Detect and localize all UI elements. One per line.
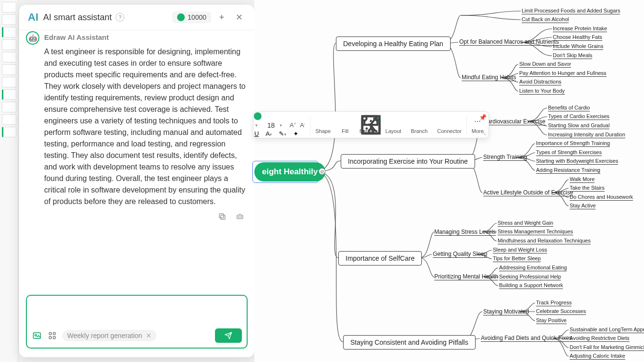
message-text: A test engineer is responsible for desig…	[44, 46, 248, 207]
sub-node[interactable]: Active Lifestyle Outside of Exercise	[483, 189, 573, 196]
leaf-node[interactable]: Adding Resistance Training	[536, 167, 600, 174]
leaf-node[interactable]: Stress and Weight Gain	[498, 220, 553, 227]
leaf-node[interactable]: Listen to Your Body	[519, 88, 565, 95]
leaf-node[interactable]: Stress Management Techniques	[498, 229, 573, 235]
leaf-node[interactable]: Avoid Distractions	[519, 79, 561, 85]
font-color-button[interactable]: A▾	[265, 130, 272, 137]
send-button[interactable]	[215, 328, 242, 343]
leaf-node[interactable]: Do Chores and Housework	[570, 194, 633, 201]
topic-node[interactable]: Incorporating Exercise into Your Routine	[341, 154, 475, 169]
thumb[interactable]	[2, 114, 16, 125]
thumb[interactable]	[2, 39, 16, 50]
leaf-node[interactable]: Importance of Strength Training	[536, 140, 610, 147]
copy-icon[interactable]	[218, 212, 227, 223]
leaf-node[interactable]: Benefits of Cardio	[548, 105, 590, 111]
leaf-node[interactable]: Starting Slow and Gradual	[548, 122, 609, 129]
credits-value: 10000	[188, 13, 206, 21]
thumb[interactable]	[2, 2, 16, 12]
sub-node[interactable]: Staying Motivated	[483, 308, 529, 315]
sub-node[interactable]: Mindful Eating Habits	[462, 74, 516, 81]
leaf-node[interactable]: Choose Healthy Fats	[553, 34, 602, 41]
leaf-node[interactable]: Increasing Intensity and Duration	[548, 132, 625, 138]
sub-node[interactable]: Avoiding Fad Diets and Quick Fixes	[481, 335, 572, 342]
thumb[interactable]	[2, 127, 16, 137]
sub-node[interactable]: Opt for Balanced Macros and Nutrients	[459, 38, 559, 46]
central-topic[interactable]: eight Healthily	[254, 162, 325, 181]
message-input[interactable]: Weekly report generation ✕	[26, 295, 248, 349]
leaf-node[interactable]: Adjusting Caloric Intake	[570, 353, 625, 360]
add-button[interactable]: +	[215, 11, 228, 24]
leaf-node[interactable]: Slow Down and Savor	[519, 61, 571, 68]
leaf-node[interactable]: Building a Support Network	[499, 282, 563, 289]
leaf-node[interactable]: Don't Fall for Marketing Gimmicks	[570, 344, 644, 351]
thumb[interactable]	[2, 102, 16, 112]
chat-body: 🤖 Edraw AI Assistant A test engineer is …	[19, 30, 254, 289]
highlight-button[interactable]: ✎▾	[279, 130, 286, 137]
leaf-node[interactable]: Seeking Professional Help	[499, 274, 561, 280]
sub-node[interactable]: Strength Training	[483, 154, 527, 161]
leaf-node[interactable]: Limit Processed Foods and Added Sugars	[522, 8, 620, 14]
settings-icon[interactable]	[47, 330, 58, 341]
topic-node[interactable]: Importance of SelfCare	[338, 251, 422, 265]
leaf-node[interactable]: Types of Strength Exercises	[536, 149, 602, 156]
svg-rect-2	[237, 215, 243, 219]
thumb[interactable]	[2, 14, 16, 25]
image-icon[interactable]	[32, 330, 42, 341]
prompt-chip[interactable]: Weekly report generation ✕	[62, 330, 156, 341]
sub-node[interactable]: Managing Stress Levels	[434, 229, 496, 236]
svg-point-9	[53, 332, 56, 335]
leaf-node[interactable]: Cut Back on Alcohol	[522, 16, 569, 23]
leaf-node[interactable]: Take the Stairs	[570, 185, 605, 192]
resize-handle-icon[interactable]: ⤡	[482, 130, 487, 137]
leaf-node[interactable]: Starting with Bodyweight Exercises	[536, 158, 618, 165]
sub-node[interactable]: Getting Quality Sleep	[433, 251, 487, 258]
thumb[interactable]	[2, 27, 16, 37]
leaf-node[interactable]: Stay Positive	[536, 317, 567, 324]
chip-remove-icon[interactable]: ✕	[146, 332, 152, 339]
thumbnail-strip[interactable]	[0, 0, 18, 362]
leaf-node[interactable]: Walk More	[570, 176, 595, 183]
close-icon[interactable]: ✕	[232, 11, 246, 24]
leaf-node[interactable]: Pay Attention to Hunger and Fullness	[519, 70, 607, 77]
svg-point-8	[49, 332, 51, 335]
sub-node[interactable]: Cardiovascular Exercise	[483, 118, 545, 125]
assistant-avatar-icon: 🤖	[26, 31, 39, 45]
pin-icon[interactable]: 📌	[479, 114, 487, 121]
sub-node[interactable]: Prioritizing Mental Health	[434, 273, 498, 280]
leaf-node[interactable]: Increase Protein Intake	[553, 25, 607, 32]
thumb[interactable]	[2, 64, 16, 75]
thumb[interactable]	[2, 77, 16, 87]
help-icon[interactable]: ?	[116, 13, 124, 22]
toolbar-row-2: U A▾ ✎▾ ✦	[254, 130, 298, 137]
leaf-node[interactable]: Stay Active	[570, 203, 596, 209]
leaf-node[interactable]: Mindfulness and Relaxation Techniques	[498, 238, 591, 244]
leaf-node[interactable]: Sustainable and LongTerm Approaches	[570, 326, 644, 333]
underline-button[interactable]: U	[254, 130, 259, 137]
topic-node[interactable]: Developing a Healthy Eating Plan	[336, 36, 451, 51]
mindmap-canvas[interactable]: eight Healthily ⊖ Developing a Healthy E…	[254, 0, 644, 362]
leaf-node[interactable]: Track Progress	[536, 300, 572, 306]
ai-assistant-panel: AI AI smart assistant ? 10000 + ✕ 🤖 Edra…	[19, 5, 254, 357]
connector-icon	[444, 117, 454, 126]
thumb[interactable]	[2, 89, 16, 100]
topic-node[interactable]: Staying Consistent and Avoiding Pitfalls	[343, 335, 476, 350]
robot-icon[interactable]	[235, 212, 245, 223]
credits-badge[interactable]: 10000	[172, 12, 211, 23]
svg-point-11	[53, 337, 56, 339]
svg-point-3	[239, 217, 239, 217]
leaf-node[interactable]: Celebrate Successes	[536, 308, 586, 315]
collapse-handle-icon[interactable]: ⊖	[319, 168, 325, 175]
leaf-node[interactable]: Types of Cardio Exercises	[548, 113, 609, 120]
clear-format-button[interactable]: ✦	[293, 130, 298, 137]
leaf-node[interactable]: Sleep and Weight Loss	[493, 247, 547, 253]
leaf-node[interactable]: Tips for Better Sleep	[493, 255, 541, 262]
credits-icon	[177, 13, 185, 21]
panel-title: AI smart assistant	[43, 12, 112, 23]
svg-rect-1	[219, 214, 224, 218]
leaf-node[interactable]: Addressing Emotional Eating	[499, 265, 567, 271]
leaf-node[interactable]: Include Whole Grains	[553, 43, 603, 50]
leaf-node[interactable]: Avoiding Restrictive Diets	[570, 335, 630, 342]
connector-button[interactable]: Connector	[432, 112, 466, 139]
leaf-node[interactable]: Don't Skip Meals	[553, 52, 592, 59]
thumb[interactable]	[2, 52, 16, 62]
